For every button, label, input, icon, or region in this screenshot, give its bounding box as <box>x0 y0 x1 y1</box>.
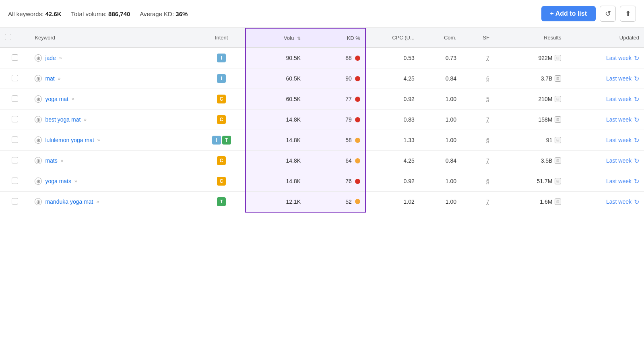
chevron-icon: » <box>97 137 100 143</box>
row-results-cell: 210M <box>494 89 566 110</box>
results-value: 158M <box>538 116 552 123</box>
row-results-cell: 3.5B <box>494 151 566 171</box>
row-sf-cell: 6 <box>461 68 494 89</box>
kd-dot <box>355 199 360 204</box>
row-results-cell: 922M <box>494 48 566 68</box>
add-keyword-icon[interactable]: ⊕ <box>35 75 42 82</box>
table-row: ⊕ mats » C14.8K644.250.8473.5BLast week↻ <box>0 151 644 171</box>
row-checkbox-cell[interactable] <box>0 171 30 192</box>
row-checkbox[interactable] <box>12 136 18 143</box>
row-checkbox[interactable] <box>12 198 18 205</box>
keyword-link[interactable]: lululemon yoga mat <box>45 137 94 143</box>
add-keyword-icon[interactable]: ⊕ <box>35 116 42 123</box>
kd-dot <box>355 56 360 61</box>
refresh-row-icon[interactable]: ↻ <box>634 136 639 144</box>
add-keyword-icon[interactable]: ⊕ <box>35 157 42 164</box>
kd-dot <box>355 97 360 102</box>
col-results-label: Results <box>544 35 561 41</box>
row-keyword-cell: ⊕ lululemon yoga mat » <box>30 130 198 151</box>
row-sf-cell: 5 <box>461 89 494 110</box>
kd-value: 58 <box>345 137 352 143</box>
row-checkbox-cell[interactable] <box>0 192 30 212</box>
table-row: ⊕ best yoga mat » C14.8K790.831.007158ML… <box>0 110 644 130</box>
col-sf-label: SF <box>483 35 489 41</box>
row-checkbox-cell[interactable] <box>0 151 30 171</box>
row-checkbox[interactable] <box>12 54 18 61</box>
chevron-icon: » <box>59 55 62 61</box>
updated-value: Last week <box>606 55 632 61</box>
results-value: 922M <box>538 55 552 61</box>
keyword-link[interactable]: jade <box>45 55 56 61</box>
results-value: 3.7B <box>541 75 553 82</box>
row-checkbox[interactable] <box>12 95 18 102</box>
row-checkbox[interactable] <box>12 178 18 184</box>
add-keyword-icon[interactable]: ⊕ <box>35 54 42 62</box>
keyword-link[interactable]: mats <box>45 157 57 164</box>
header-checkbox[interactable] <box>0 28 30 48</box>
refresh-row-icon[interactable]: ↻ <box>634 54 639 62</box>
table-row: ⊕ jade » I90.5K880.530.737922MLast week↻ <box>0 48 644 68</box>
intent-badge-c: C <box>217 177 226 186</box>
results-value: 3.5B <box>541 157 553 164</box>
row-checkbox-cell[interactable] <box>0 68 30 89</box>
row-checkbox-cell[interactable] <box>0 89 30 110</box>
row-updated-cell: Last week↻ <box>566 89 644 110</box>
row-updated-cell: Last week↻ <box>566 68 644 89</box>
row-volume-cell: 14.8K <box>246 130 305 151</box>
row-checkbox-cell[interactable] <box>0 110 30 130</box>
row-checkbox[interactable] <box>12 116 18 122</box>
col-updated-label: Updated <box>619 35 639 41</box>
share-button[interactable]: ⬆ <box>620 6 636 22</box>
col-com-label: Com. <box>444 35 456 41</box>
add-keyword-icon[interactable]: ⊕ <box>35 136 42 144</box>
refresh-button[interactable]: ↺ <box>600 6 616 22</box>
avg-kd-label: Average KD: <box>140 10 174 17</box>
row-keyword-cell: ⊕ mats » <box>30 151 198 171</box>
refresh-row-icon[interactable]: ↻ <box>634 198 639 206</box>
add-keyword-icon[interactable]: ⊕ <box>35 95 42 103</box>
row-kd-cell: 58 <box>305 130 365 151</box>
total-volume-stat: Total volume: 886,740 <box>71 10 130 17</box>
refresh-row-icon[interactable]: ↻ <box>634 178 639 185</box>
row-cpc-cell: 0.83 <box>365 110 419 130</box>
results-value: 210M <box>538 96 552 102</box>
row-intent-cell: C <box>198 151 246 171</box>
keyword-link[interactable]: best yoga mat <box>45 116 80 123</box>
row-keyword-cell: ⊕ manduka yoga mat » <box>30 192 198 212</box>
row-kd-cell: 90 <box>305 68 365 89</box>
refresh-row-icon[interactable]: ↻ <box>634 95 639 103</box>
keyword-link[interactable]: mat <box>45 75 54 82</box>
refresh-row-icon[interactable]: ↻ <box>634 116 639 124</box>
row-cpc-cell: 4.25 <box>365 151 419 171</box>
kd-value: 64 <box>345 157 352 164</box>
row-com-cell: 0.73 <box>419 48 461 68</box>
updated-value: Last week <box>606 75 632 82</box>
header-volume[interactable]: Volu ⇅ <box>246 28 305 48</box>
refresh-row-icon[interactable]: ↻ <box>634 75 639 83</box>
row-checkbox-cell[interactable] <box>0 130 30 151</box>
table-body: ⊕ jade » I90.5K880.530.737922MLast week↻… <box>0 48 644 212</box>
row-updated-cell: Last week↻ <box>566 151 644 171</box>
refresh-row-icon[interactable]: ↻ <box>634 157 639 165</box>
updated-value: Last week <box>606 116 632 123</box>
row-volume-cell: 12.1K <box>246 192 305 212</box>
row-sf-cell: 7 <box>461 151 494 171</box>
keyword-link[interactable]: manduka yoga mat <box>45 198 93 205</box>
kd-dot <box>355 179 360 184</box>
col-intent-label: Intent <box>215 35 228 41</box>
add-keyword-icon[interactable]: ⊕ <box>35 178 42 185</box>
updated-value: Last week <box>606 178 632 184</box>
row-keyword-cell: ⊕ jade » <box>30 48 198 68</box>
keyword-link[interactable]: yoga mat <box>45 96 68 102</box>
row-checkbox-cell[interactable] <box>0 48 30 68</box>
header-cpc: CPC (U... <box>365 28 419 48</box>
row-checkbox[interactable] <box>12 75 18 81</box>
select-all-checkbox[interactable] <box>5 34 11 40</box>
search-small-icon <box>555 75 561 82</box>
row-sf-cell: 7 <box>461 192 494 212</box>
keyword-link[interactable]: yoga mats <box>45 178 71 184</box>
add-to-list-button[interactable]: + Add to list <box>541 6 596 21</box>
table-row: ⊕ yoga mat » C60.5K770.921.005210MLast w… <box>0 89 644 110</box>
row-checkbox[interactable] <box>12 157 18 163</box>
add-keyword-icon[interactable]: ⊕ <box>35 198 42 205</box>
